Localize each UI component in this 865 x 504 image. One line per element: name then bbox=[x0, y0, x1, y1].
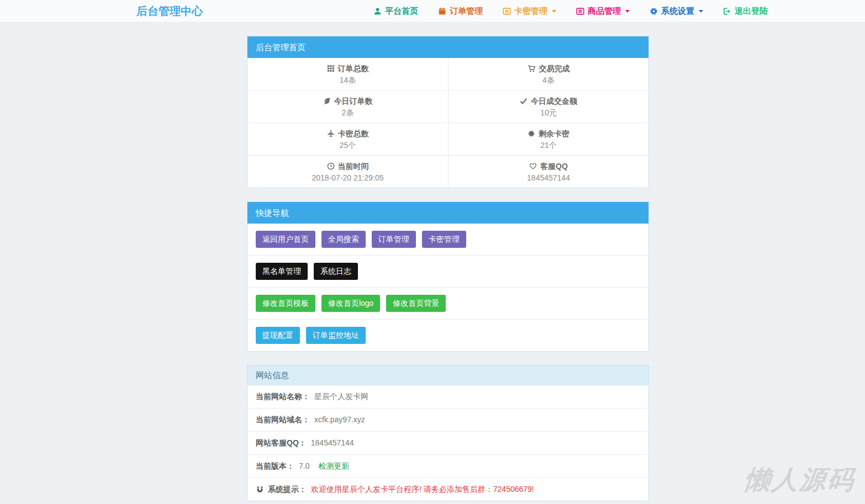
stat-value: 10元 bbox=[453, 108, 644, 118]
system-notice-row: 系统提示： 欢迎使用星辰个人发卡平台程序! 请务必添加售后群：724506679… bbox=[247, 478, 648, 501]
nav-item-card-management[interactable]: 卡密管理 bbox=[503, 6, 556, 17]
stat-remaining-cards: 剩余卡密 21个 bbox=[448, 123, 648, 155]
certificate-icon bbox=[528, 130, 535, 137]
gear-icon bbox=[650, 7, 658, 15]
system-notice-label: 系统提示： bbox=[268, 484, 307, 495]
leaf-icon bbox=[323, 97, 331, 105]
nav-menu: 平台首页 订单管理 卡密管理 商品管理 系统设置 退出登陆 bbox=[373, 6, 768, 17]
stat-value: 25个 bbox=[252, 140, 444, 150]
stat-value: 21个 bbox=[453, 140, 644, 150]
quick-nav-panel: 快捷导航 返回用户首页 全局搜索 订单管理 卡密管理 黑名单管理 系统日志 修改… bbox=[247, 201, 649, 352]
withdraw-config-button[interactable]: 提现配置 bbox=[256, 327, 300, 344]
nav-item-logout[interactable]: 退出登陆 bbox=[723, 6, 768, 17]
quick-nav-panel-title: 快捷导航 bbox=[247, 202, 648, 224]
stat-label: 订单总数 bbox=[338, 63, 369, 73]
version-label: 当前版本： bbox=[256, 461, 294, 471]
order-monitor-url-button[interactable]: 订单监控地址 bbox=[306, 327, 366, 344]
system-log-button[interactable]: 系统日志 bbox=[314, 263, 358, 280]
stats-grid: 订单总数 14条 交易完成 4条 今日订单数 2条 bbox=[247, 58, 648, 188]
stat-value: 2条 bbox=[252, 108, 444, 118]
edit-home-template-button[interactable]: 修改首页模板 bbox=[256, 295, 315, 312]
nav-item-orders[interactable]: 订单管理 bbox=[438, 6, 483, 17]
cart-icon bbox=[528, 65, 536, 73]
stat-service-qq: 客服QQ 1845457144 bbox=[448, 155, 648, 188]
list-alt-icon bbox=[503, 7, 511, 15]
nav-item-label: 商品管理 bbox=[588, 6, 621, 17]
dashboard-panel-title: 后台管理首页 bbox=[247, 36, 648, 58]
chevron-down-icon bbox=[552, 10, 556, 13]
stat-label: 今日成交金额 bbox=[531, 96, 577, 106]
site-service-qq-row: 网站客服QQ： 1845457144 bbox=[247, 431, 648, 454]
stat-label: 客服QQ bbox=[540, 161, 568, 171]
stat-label: 卡密总数 bbox=[338, 129, 369, 139]
stat-total-cards: 卡密总数 25个 bbox=[247, 123, 448, 155]
stat-value: 14条 bbox=[252, 75, 444, 85]
card-management-button[interactable]: 卡密管理 bbox=[422, 231, 466, 248]
site-domain-label: 当前网站域名： bbox=[256, 415, 310, 425]
check-icon bbox=[520, 97, 528, 105]
nav-item-label: 订单管理 bbox=[450, 6, 483, 17]
clock-icon bbox=[327, 162, 335, 170]
chevron-down-icon bbox=[699, 10, 703, 13]
stat-label: 交易完成 bbox=[539, 63, 570, 73]
version-row: 当前版本： 7.0 检测更新 bbox=[247, 454, 648, 478]
nav-item-platform-home[interactable]: 平台首页 bbox=[373, 6, 418, 17]
stat-today-orders: 今日订单数 2条 bbox=[247, 90, 448, 123]
stat-today-amount: 今日成交金额 10元 bbox=[448, 90, 648, 123]
quick-nav-row-blue: 提现配置 订单监控地址 bbox=[247, 319, 648, 351]
nav-item-label: 平台首页 bbox=[385, 6, 418, 17]
user-icon bbox=[373, 7, 382, 15]
site-domain-value: xcfk.pay97.xyz bbox=[314, 415, 365, 425]
stat-total-orders: 订单总数 14条 bbox=[247, 58, 448, 90]
nav-item-label: 卡密管理 bbox=[514, 6, 547, 17]
sign-out-icon bbox=[723, 7, 731, 15]
site-service-qq-value: 1845457144 bbox=[311, 438, 354, 448]
site-name-label: 当前网站名称： bbox=[256, 391, 310, 402]
main-content: 后台管理首页 订单总数 14条 交易完成 4条 今日订单数 bbox=[247, 23, 649, 501]
chevron-down-icon bbox=[625, 10, 630, 13]
plane-icon bbox=[327, 130, 335, 137]
stat-current-time: 当前时间 2018-07-20 21:29:05 bbox=[247, 155, 448, 188]
list-alt-icon bbox=[576, 7, 584, 15]
site-info-panel: 网站信息 当前网站名称： 星辰个人发卡网 当前网站域名： xcfk.pay97.… bbox=[247, 365, 649, 501]
version-value: 7.0 bbox=[299, 461, 309, 471]
stat-label: 今日订单数 bbox=[334, 96, 373, 106]
global-search-button[interactable]: 全局搜索 bbox=[321, 231, 366, 248]
calendar-icon bbox=[438, 7, 446, 15]
system-notice-text: 欢迎使用星辰个人发卡平台程序! 请务必添加售后群：724506679! bbox=[311, 484, 534, 495]
top-navbar: 后台管理中心 平台首页 订单管理 卡密管理 商品管理 系统设置 退出登陆 bbox=[0, 0, 865, 23]
site-domain-row: 当前网站域名： xcfk.pay97.xyz bbox=[247, 408, 648, 431]
heart-icon bbox=[529, 162, 537, 170]
edit-home-background-button[interactable]: 修改首页背景 bbox=[386, 295, 446, 312]
stat-label: 剩余卡密 bbox=[539, 129, 569, 139]
order-management-button[interactable]: 订单管理 bbox=[372, 231, 416, 248]
stat-label: 当前时间 bbox=[338, 161, 369, 171]
magnet-icon bbox=[256, 485, 264, 494]
quick-nav-row-purple: 返回用户首页 全局搜索 订单管理 卡密管理 bbox=[247, 224, 648, 255]
quick-nav-row-green: 修改首页模板 修改首页logo 修改首页背景 bbox=[247, 287, 648, 319]
site-service-qq-label: 网站客服QQ： bbox=[256, 438, 307, 448]
stat-value: 2018-07-20 21:29:05 bbox=[252, 173, 444, 183]
return-user-home-button[interactable]: 返回用户首页 bbox=[256, 231, 315, 248]
stat-value: 4条 bbox=[453, 75, 644, 85]
nav-item-system-settings[interactable]: 系统设置 bbox=[650, 6, 703, 17]
check-update-link[interactable]: 检测更新 bbox=[318, 461, 349, 471]
nav-item-label: 退出登陆 bbox=[735, 6, 768, 17]
quick-nav-row-black: 黑名单管理 系统日志 bbox=[247, 255, 648, 287]
nav-item-label: 系统设置 bbox=[661, 6, 694, 17]
th-icon bbox=[327, 65, 335, 72]
brand-title: 后台管理中心 bbox=[136, 4, 203, 19]
stat-completed-trades: 交易完成 4条 bbox=[448, 58, 648, 90]
nav-item-product-management[interactable]: 商品管理 bbox=[576, 6, 630, 17]
dashboard-panel: 后台管理首页 订单总数 14条 交易完成 4条 今日订单数 bbox=[247, 36, 649, 188]
site-name-value: 星辰个人发卡网 bbox=[314, 391, 368, 402]
site-name-row: 当前网站名称： 星辰个人发卡网 bbox=[247, 385, 648, 408]
site-info-panel-title: 网站信息 bbox=[247, 365, 648, 385]
edit-home-logo-button[interactable]: 修改首页logo bbox=[321, 295, 380, 312]
blacklist-management-button[interactable]: 黑名单管理 bbox=[256, 263, 308, 280]
watermark-text: 懒人源码 bbox=[743, 463, 857, 497]
stat-value: 1845457144 bbox=[453, 173, 644, 183]
